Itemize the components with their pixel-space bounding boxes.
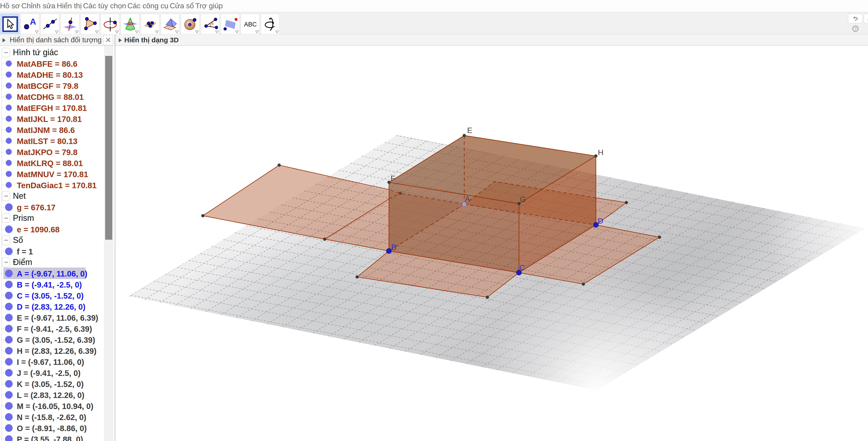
svg-text:F: F	[391, 174, 395, 183]
svg-text:E: E	[467, 126, 472, 134]
svg-text:G: G	[520, 195, 526, 203]
svg-text:A: A	[30, 17, 36, 27]
svg-text:A: A	[465, 194, 470, 203]
svg-text:H: H	[598, 148, 603, 157]
svg-text:ABC: ABC	[244, 21, 256, 28]
svg-text:D: D	[598, 217, 603, 225]
svg-text:C: C	[519, 263, 525, 272]
svg-text:B: B	[391, 243, 397, 251]
svg-text:α: α	[211, 21, 214, 25]
